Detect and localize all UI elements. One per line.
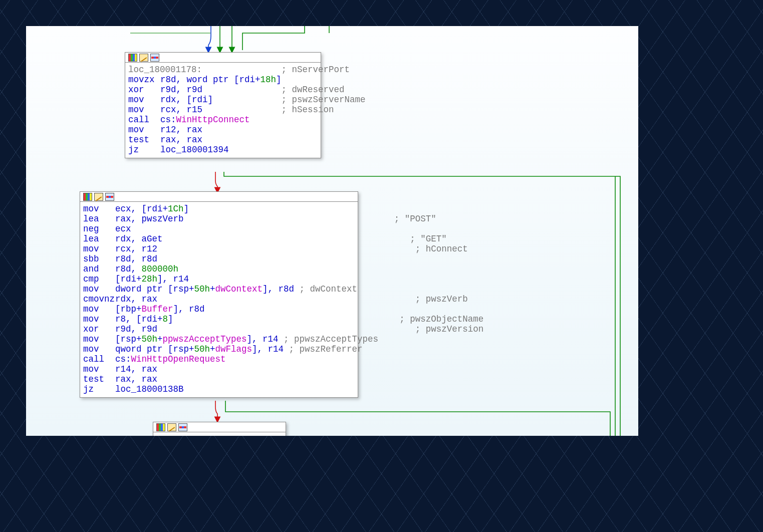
asm-listing: mov ecx, [rdi+1Ch] lea rax, pwszVerb ; "…: [83, 204, 483, 394]
edit-icon[interactable]: [94, 193, 103, 201]
color-icon[interactable]: [83, 193, 92, 201]
block-toolbar: [153, 422, 286, 432]
asm-line: jz loc_180001394: [128, 145, 366, 155]
group-icon[interactable]: [150, 54, 159, 62]
asm-line: mov rcx, r15 ; hSession: [128, 105, 366, 115]
block-body: [153, 432, 286, 436]
block-toolbar: [125, 53, 321, 63]
color-icon[interactable]: [128, 54, 137, 62]
basic-block-3[interactable]: [153, 422, 286, 436]
block-body: mov ecx, [rdi+1Ch] lea rax, pwszVerb ; "…: [80, 202, 358, 397]
asm-line: xor r9d, r9d ; dwReserved: [128, 85, 366, 95]
asm-line: loc_180001178: ; nServerPort: [128, 65, 366, 75]
asm-line: mov rdx, [rdi] ; pswzServerName: [128, 95, 366, 105]
graph-canvas[interactable]: loc_180001178: ; nServerPort movzx r8d, …: [26, 26, 638, 436]
block-body: loc_180001178: ; nServerPort movzx r8d, …: [125, 63, 321, 158]
asm-listing: loc_180001178: ; nServerPort movzx r8d, …: [128, 65, 366, 155]
edit-icon[interactable]: [167, 423, 176, 431]
group-icon[interactable]: [178, 423, 187, 431]
asm-line: mov r12, rax: [128, 125, 366, 135]
basic-block-1[interactable]: loc_180001178: ; nServerPort movzx r8d, …: [125, 52, 321, 158]
color-icon[interactable]: [156, 423, 165, 431]
group-icon[interactable]: [105, 193, 114, 201]
basic-block-2[interactable]: mov ecx, [rdi+1Ch] lea rax, pwszVerb ; "…: [80, 191, 358, 398]
asm-line: call cs:WinHttpConnect: [128, 115, 366, 125]
block-toolbar: [80, 192, 358, 202]
edit-icon[interactable]: [139, 54, 148, 62]
asm-line: test rax, rax: [128, 135, 366, 145]
asm-line: movzx r8d, word ptr [rdi+18h]: [128, 75, 366, 85]
